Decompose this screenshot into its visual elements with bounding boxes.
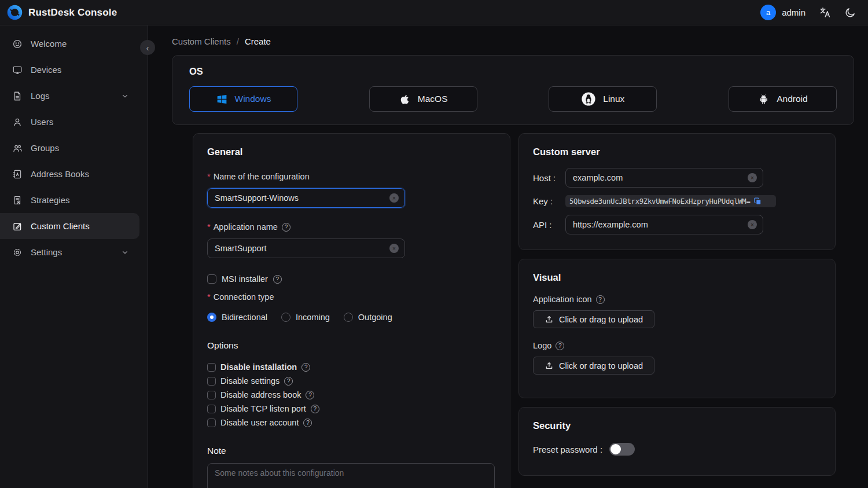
help-icon[interactable]: ? [273,275,282,284]
sidebar-item-label: Settings [31,247,62,257]
checkbox[interactable] [207,419,216,427]
sidebar-item-welcome[interactable]: Welcome [0,31,139,57]
windows-icon [216,93,228,105]
msi-installer-row: MSI installer ? [207,274,496,284]
copy-icon[interactable] [753,197,762,206]
os-button-macos[interactable]: MacOS [369,86,477,112]
visual-card: Visual Application icon ? Click or drag … [518,259,836,398]
sidebar-item-label: Address Books [31,169,89,179]
dark-mode-icon[interactable] [844,6,856,19]
help-icon[interactable]: ? [303,419,312,427]
key-value-chip: 5Qbwsde3unUcJBtrx9ZkvUmwFNoExHzpryHuPUdq… [565,195,776,207]
api-label: API : [533,220,565,230]
application-icon-label: Application icon ? [533,295,821,304]
connection-type-label: * Connection type [207,292,496,302]
sidebar-item-label: Users [31,117,53,127]
sidebar-item-strategies[interactable]: Strategies [0,187,139,213]
required-marker: * [207,172,211,181]
breadcrumb-current: Create [245,36,271,46]
sidebar-item-custom-clients[interactable]: Custom Clients [0,213,139,239]
host-input-wrapper: × [565,168,763,188]
language-icon[interactable] [818,6,831,19]
preset-password-toggle[interactable] [609,443,635,456]
android-icon [757,93,770,105]
chevron-down-icon [121,92,129,100]
os-button-linux[interactable]: Linux [549,86,657,112]
option-disable-installation: Disable installation ? [207,362,496,372]
name-input-wrapper: × [207,188,405,208]
sidebar-collapse-button[interactable]: ‹ [140,40,155,55]
help-icon[interactable]: ? [306,391,314,399]
sidebar-item-label: Welcome [31,39,67,49]
help-icon[interactable]: ? [301,363,310,372]
edit-square-icon [12,221,23,232]
logo-upload-button[interactable]: Click or drag to upload [533,357,654,375]
note-textarea[interactable] [207,463,495,488]
api-input-wrapper: × [565,215,763,234]
sidebar-item-address-books[interactable]: Address Books [0,161,139,187]
app-name-field-label: * Application name ? [207,222,496,232]
sidebar-item-groups[interactable]: Groups [0,135,139,161]
msi-installer-checkbox[interactable] [207,274,216,284]
help-icon[interactable]: ? [556,342,564,350]
app-title: RustDesk Console [28,7,117,19]
help-icon[interactable]: ? [282,223,290,232]
breadcrumb: Custom Clients / Create [172,36,854,46]
sidebar-item-label: Strategies [31,195,70,205]
sidebar-item-label: Groups [31,143,59,153]
radio-button[interactable] [207,313,216,322]
clear-icon[interactable]: × [389,193,399,203]
help-icon[interactable]: ? [284,377,293,386]
application-icon-upload-button[interactable]: Click or drag to upload [533,310,654,328]
name-input[interactable] [215,193,385,203]
os-button-label: MacOS [418,94,448,104]
general-card-title: General [207,146,496,157]
user-menu[interactable]: a admin [760,5,806,20]
os-button-android[interactable]: Android [729,86,837,112]
sidebar-item-settings[interactable]: Settings [0,239,139,265]
apple-icon [399,93,411,105]
radio-bidirectional[interactable]: Bidirectional [207,313,267,322]
chevron-down-icon [121,248,129,256]
avatar[interactable]: a [760,5,776,20]
radio-outgoing[interactable]: Outgoing [344,313,392,322]
checkbox[interactable] [207,405,216,413]
checkbox[interactable] [207,363,216,372]
required-marker: * [207,292,211,302]
sidebar-item-users[interactable]: Users [0,109,139,135]
toggle-knob [610,444,621,454]
general-card: General * Name of the configuration × * … [193,133,510,488]
gear-icon [12,247,23,258]
top-bar: RustDesk Console a admin [0,0,868,25]
clear-icon[interactable]: × [748,220,757,229]
sidebar-item-logs[interactable]: Logs [0,83,139,109]
breadcrumb-parent[interactable]: Custom Clients [172,36,231,46]
radio-button[interactable] [344,313,353,322]
rustdesk-logo-icon [7,5,23,20]
host-input[interactable] [573,173,743,182]
app-name-input[interactable] [215,244,385,253]
help-icon[interactable]: ? [311,405,319,413]
radio-button[interactable] [281,313,290,322]
os-card-title: OS [189,66,837,77]
option-disable-tcp-listen-port: Disable TCP listen port ? [207,404,496,413]
document-icon [12,91,23,101]
app-name-input-wrapper: × [207,239,405,258]
msi-installer-label: MSI installer [222,274,268,284]
options-title: Options [207,340,496,351]
os-button-label: Windows [235,94,271,104]
key-label: Key : [533,196,565,206]
checkbox[interactable] [207,391,216,399]
key-value: 5Qbwsde3unUcJBtrx9ZkvUmwFNoExHzpryHuPUdq… [569,197,751,206]
radio-incoming[interactable]: Incoming [281,313,330,322]
sidebar-item-label: Custom Clients [31,221,90,231]
sidebar-item-devices[interactable]: Devices [0,57,139,83]
checkbox[interactable] [207,377,216,386]
clear-icon[interactable]: × [748,173,757,182]
api-input[interactable] [573,220,743,229]
help-icon[interactable]: ? [596,295,605,304]
os-button-windows[interactable]: Windows [189,86,297,112]
clear-icon[interactable]: × [389,244,399,253]
options-list: Disable installation ? Disable settings … [207,362,496,427]
smiley-icon [12,39,23,49]
